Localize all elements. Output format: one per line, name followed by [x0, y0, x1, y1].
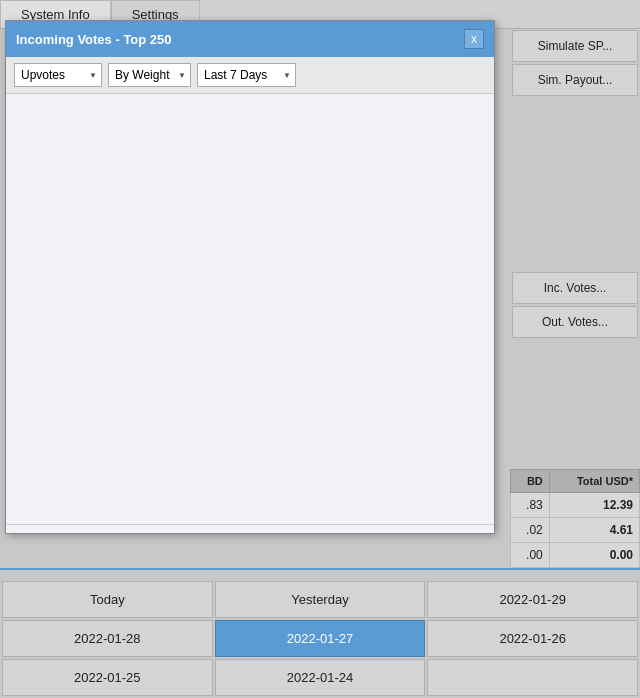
simulate-sp-button[interactable]: Simulate SP...: [512, 30, 638, 62]
table-cell: 4.61: [549, 518, 639, 543]
date-cell[interactable]: [427, 659, 638, 696]
sort-by-wrapper: By Weight By Count By Date: [108, 63, 191, 87]
modal-footer: [6, 524, 494, 533]
table-cell: .02: [511, 518, 550, 543]
bd-header: BD: [511, 470, 550, 493]
votes-table: BD Total USD* .8312.39.024.61.000.00: [510, 469, 640, 568]
background-data: BD Total USD* .8312.39.024.61.000.00: [510, 469, 640, 568]
date-cell[interactable]: 2022-01-29: [427, 581, 638, 618]
incoming-votes-modal: Incoming Votes - Top 250 x Upvotes Downv…: [5, 20, 495, 534]
table-cell: .00: [511, 543, 550, 568]
modal-toolbar: Upvotes Downvotes By Weight By Count By …: [6, 57, 494, 94]
modal-header: Incoming Votes - Top 250 x: [6, 21, 494, 57]
sim-payout-button[interactable]: Sim. Payout...: [512, 64, 638, 96]
table-cell: 12.39: [549, 493, 639, 518]
date-cell[interactable]: 2022-01-26: [427, 620, 638, 657]
vote-type-wrapper: Upvotes Downvotes: [14, 63, 102, 87]
total-usd-header: Total USD*: [549, 470, 639, 493]
date-cell[interactable]: Yesterday: [215, 581, 426, 618]
vote-type-select[interactable]: Upvotes Downvotes: [14, 63, 102, 87]
table-cell: .83: [511, 493, 550, 518]
modal-content: [6, 94, 494, 524]
period-wrapper: Last 7 Days Last 30 Days All Time: [197, 63, 296, 87]
date-grid: TodayYesterday2022-01-292022-01-282022-0…: [0, 579, 640, 698]
modal-title: Incoming Votes - Top 250: [16, 32, 172, 47]
date-cell[interactable]: 2022-01-28: [2, 620, 213, 657]
right-sidebar-top: Simulate SP... Sim. Payout...: [510, 28, 640, 98]
date-cell[interactable]: 2022-01-27: [215, 620, 426, 657]
date-cell[interactable]: 2022-01-25: [2, 659, 213, 696]
date-separator: [0, 568, 640, 570]
date-cell[interactable]: Today: [2, 581, 213, 618]
date-grid-area: TodayYesterday2022-01-292022-01-282022-0…: [0, 579, 640, 698]
sort-by-select[interactable]: By Weight By Count By Date: [108, 63, 191, 87]
inc-votes-button[interactable]: Inc. Votes...: [512, 272, 638, 304]
table-cell: 0.00: [549, 543, 639, 568]
modal-close-button[interactable]: x: [464, 29, 484, 49]
out-votes-button[interactable]: Out. Votes...: [512, 306, 638, 338]
period-select[interactable]: Last 7 Days Last 30 Days All Time: [197, 63, 296, 87]
right-sidebar-mid: Inc. Votes... Out. Votes...: [510, 270, 640, 340]
date-cell[interactable]: 2022-01-24: [215, 659, 426, 696]
